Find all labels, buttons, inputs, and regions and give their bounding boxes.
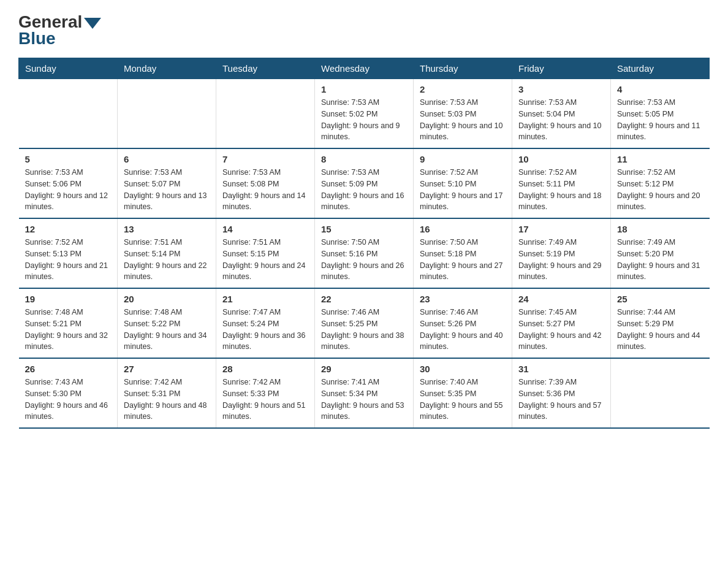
day-number: 18 [617,224,703,234]
day-info: Sunrise: 7:52 AMSunset: 5:13 PMDaylight:… [25,237,112,283]
day-info: Sunrise: 7:52 AMSunset: 5:12 PMDaylight:… [617,167,703,213]
calendar-cell: 25Sunrise: 7:44 AMSunset: 5:29 PMDayligh… [611,288,710,358]
logo: General Blue [18,12,101,48]
calendar-cell: 14Sunrise: 7:51 AMSunset: 5:15 PMDayligh… [216,218,315,288]
calendar-week-row: 19Sunrise: 7:48 AMSunset: 5:21 PMDayligh… [19,288,710,358]
day-info: Sunrise: 7:50 AMSunset: 5:16 PMDaylight:… [321,237,407,283]
day-number: 30 [420,364,506,374]
calendar-week-row: 12Sunrise: 7:52 AMSunset: 5:13 PMDayligh… [19,218,710,288]
calendar-cell: 5Sunrise: 7:53 AMSunset: 5:06 PMDaylight… [19,148,118,218]
day-number: 15 [321,224,407,234]
day-info: Sunrise: 7:53 AMSunset: 5:07 PMDaylight:… [124,167,210,213]
weekday-header-thursday: Thursday [414,58,512,79]
day-number: 6 [124,154,210,164]
calendar-week-row: 26Sunrise: 7:43 AMSunset: 5:30 PMDayligh… [19,358,710,428]
day-number: 17 [518,224,604,234]
day-number: 1 [321,84,407,94]
weekday-header-wednesday: Wednesday [315,58,414,79]
calendar-cell: 17Sunrise: 7:49 AMSunset: 5:19 PMDayligh… [512,218,611,288]
calendar-cell: 6Sunrise: 7:53 AMSunset: 5:07 PMDaylight… [118,148,216,218]
calendar-cell [118,79,216,149]
day-number: 25 [617,294,703,304]
calendar-cell: 22Sunrise: 7:46 AMSunset: 5:25 PMDayligh… [315,288,414,358]
page-header: General Blue [18,12,710,48]
calendar-week-row: 5Sunrise: 7:53 AMSunset: 5:06 PMDaylight… [19,148,710,218]
day-number: 23 [420,294,506,304]
weekday-header-monday: Monday [118,58,216,79]
day-info: Sunrise: 7:49 AMSunset: 5:19 PMDaylight:… [518,237,604,283]
calendar-cell [216,79,315,149]
day-number: 10 [518,154,604,164]
day-info: Sunrise: 7:40 AMSunset: 5:35 PMDaylight:… [420,377,506,423]
logo-blue-text: Blue [18,29,56,48]
day-info: Sunrise: 7:42 AMSunset: 5:33 PMDaylight:… [222,377,308,423]
day-number: 14 [222,224,308,234]
calendar-cell: 9Sunrise: 7:52 AMSunset: 5:10 PMDaylight… [414,148,512,218]
day-info: Sunrise: 7:53 AMSunset: 5:06 PMDaylight:… [25,167,112,213]
calendar-cell: 11Sunrise: 7:52 AMSunset: 5:12 PMDayligh… [611,148,710,218]
day-number: 7 [222,154,308,164]
calendar-cell: 21Sunrise: 7:47 AMSunset: 5:24 PMDayligh… [216,288,315,358]
logo-arrow-icon [84,18,101,29]
calendar-cell: 2Sunrise: 7:53 AMSunset: 5:03 PMDaylight… [414,79,512,149]
day-number: 13 [124,224,210,234]
calendar-cell: 3Sunrise: 7:53 AMSunset: 5:04 PMDaylight… [512,79,611,149]
day-number: 12 [25,224,112,234]
calendar-table: SundayMondayTuesdayWednesdayThursdayFrid… [18,58,710,429]
day-info: Sunrise: 7:52 AMSunset: 5:10 PMDaylight:… [420,167,506,213]
calendar-cell: 26Sunrise: 7:43 AMSunset: 5:30 PMDayligh… [19,358,118,428]
day-number: 16 [420,224,506,234]
calendar-cell: 30Sunrise: 7:40 AMSunset: 5:35 PMDayligh… [414,358,512,428]
day-info: Sunrise: 7:53 AMSunset: 5:04 PMDaylight:… [518,97,604,143]
weekday-header-row: SundayMondayTuesdayWednesdayThursdayFrid… [19,58,710,79]
calendar-cell: 7Sunrise: 7:53 AMSunset: 5:08 PMDaylight… [216,148,315,218]
calendar-cell: 13Sunrise: 7:51 AMSunset: 5:14 PMDayligh… [118,218,216,288]
day-number: 4 [617,84,703,94]
day-number: 20 [124,294,210,304]
day-info: Sunrise: 7:53 AMSunset: 5:09 PMDaylight:… [321,167,407,213]
weekday-header-tuesday: Tuesday [216,58,315,79]
day-info: Sunrise: 7:39 AMSunset: 5:36 PMDaylight:… [518,377,604,423]
day-info: Sunrise: 7:42 AMSunset: 5:31 PMDaylight:… [124,377,210,423]
calendar-week-row: 1Sunrise: 7:53 AMSunset: 5:02 PMDaylight… [19,79,710,149]
calendar-cell: 16Sunrise: 7:50 AMSunset: 5:18 PMDayligh… [414,218,512,288]
day-info: Sunrise: 7:48 AMSunset: 5:21 PMDaylight:… [25,307,112,353]
day-info: Sunrise: 7:43 AMSunset: 5:30 PMDaylight:… [25,377,112,423]
day-number: 29 [321,364,407,374]
calendar-cell: 19Sunrise: 7:48 AMSunset: 5:21 PMDayligh… [19,288,118,358]
day-number: 22 [321,294,407,304]
day-number: 8 [321,154,407,164]
day-number: 9 [420,154,506,164]
calendar-cell: 28Sunrise: 7:42 AMSunset: 5:33 PMDayligh… [216,358,315,428]
day-number: 11 [617,154,703,164]
day-info: Sunrise: 7:53 AMSunset: 5:05 PMDaylight:… [617,97,703,143]
day-number: 21 [222,294,308,304]
calendar-cell: 15Sunrise: 7:50 AMSunset: 5:16 PMDayligh… [315,218,414,288]
day-number: 28 [222,364,308,374]
calendar-cell: 1Sunrise: 7:53 AMSunset: 5:02 PMDaylight… [315,79,414,149]
day-info: Sunrise: 7:46 AMSunset: 5:26 PMDaylight:… [420,307,506,353]
day-number: 27 [124,364,210,374]
day-info: Sunrise: 7:51 AMSunset: 5:15 PMDaylight:… [222,237,308,283]
day-number: 31 [518,364,604,374]
day-number: 3 [518,84,604,94]
calendar-cell: 10Sunrise: 7:52 AMSunset: 5:11 PMDayligh… [512,148,611,218]
calendar-cell: 27Sunrise: 7:42 AMSunset: 5:31 PMDayligh… [118,358,216,428]
day-info: Sunrise: 7:48 AMSunset: 5:22 PMDaylight:… [124,307,210,353]
day-number: 19 [25,294,112,304]
day-info: Sunrise: 7:53 AMSunset: 5:03 PMDaylight:… [420,97,506,143]
day-info: Sunrise: 7:53 AMSunset: 5:02 PMDaylight:… [321,97,407,143]
calendar-cell: 8Sunrise: 7:53 AMSunset: 5:09 PMDaylight… [315,148,414,218]
weekday-header-sunday: Sunday [19,58,118,79]
calendar-cell: 24Sunrise: 7:45 AMSunset: 5:27 PMDayligh… [512,288,611,358]
day-info: Sunrise: 7:41 AMSunset: 5:34 PMDaylight:… [321,377,407,423]
calendar-cell: 12Sunrise: 7:52 AMSunset: 5:13 PMDayligh… [19,218,118,288]
day-info: Sunrise: 7:52 AMSunset: 5:11 PMDaylight:… [518,167,604,213]
day-info: Sunrise: 7:50 AMSunset: 5:18 PMDaylight:… [420,237,506,283]
weekday-header-friday: Friday [512,58,611,79]
calendar-cell [19,79,118,149]
calendar-cell [611,358,710,428]
calendar-cell: 29Sunrise: 7:41 AMSunset: 5:34 PMDayligh… [315,358,414,428]
calendar-cell: 23Sunrise: 7:46 AMSunset: 5:26 PMDayligh… [414,288,512,358]
calendar-cell: 20Sunrise: 7:48 AMSunset: 5:22 PMDayligh… [118,288,216,358]
